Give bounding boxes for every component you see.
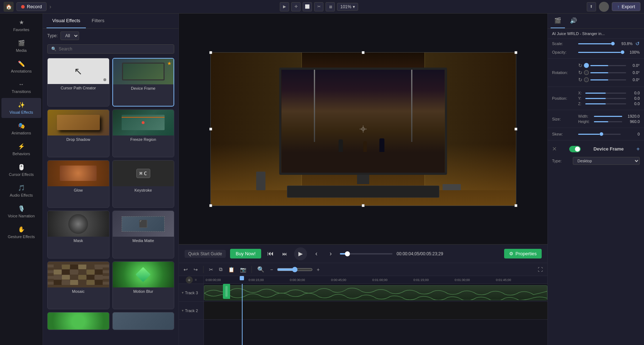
effect-card-mask[interactable]: Mask <box>47 211 109 258</box>
tab-visual-effects[interactable]: Visual Effects <box>47 14 86 28</box>
right-tab-video[interactable]: 🎬 <box>551 14 565 28</box>
right-tab-audio[interactable]: 🔊 <box>566 14 581 28</box>
track-3-expand-icon[interactable]: ▾ <box>182 291 184 295</box>
search-input[interactable] <box>59 46 170 51</box>
effect-card-extra1[interactable] <box>47 312 109 330</box>
sidebar-item-favorites[interactable]: ★ Favorites <box>1 15 41 35</box>
scale-slider[interactable] <box>578 43 614 44</box>
sidebar-item-cursor-effects[interactable]: 🖱️ Cursor Effects <box>1 160 41 180</box>
zoom-plus-button[interactable]: + <box>315 266 321 273</box>
home-icon[interactable]: 🏠 <box>4 2 14 12</box>
copy-button[interactable]: ⧉ <box>217 265 224 273</box>
opacity-slider[interactable] <box>578 52 621 53</box>
sidebar-item-behaviors[interactable]: ⚡ Behaviors <box>1 139 41 159</box>
zoom-out-timeline[interactable]: 🔍 <box>255 265 266 274</box>
paste-button[interactable]: 📋 <box>226 266 236 273</box>
quick-start-label[interactable]: Quick Start Guide <box>185 250 226 258</box>
export-button[interactable]: ↑ Export <box>612 2 640 11</box>
device-type-select[interactable]: Desktop Laptop Tablet Mobile <box>573 157 640 165</box>
add-track-button[interactable]: + <box>186 276 193 284</box>
rotation-x-circle[interactable] <box>584 77 589 82</box>
effect-card-cursor-path[interactable]: ↖ Cursor Path Creator <box>47 58 109 107</box>
width-slider[interactable] <box>594 116 622 117</box>
sidebar-item-animations[interactable]: 🎭 Animations <box>1 119 41 139</box>
position-x-slider[interactable] <box>585 93 626 94</box>
next-frame-button[interactable]: › <box>326 249 336 259</box>
prev-frame-button[interactable]: ‹ <box>311 249 321 259</box>
progress-bar[interactable] <box>340 253 392 255</box>
effect-card-keystroke[interactable]: ⌘C Keystroke <box>112 160 175 208</box>
cut-button[interactable]: ✂ <box>207 266 215 273</box>
device-frame-toggle[interactable] <box>569 146 581 152</box>
properties-button[interactable]: ⚙ Properties <box>504 249 542 258</box>
sidebar-item-visual-effects[interactable]: ✨ Visual Effects <box>1 98 41 118</box>
avatar[interactable] <box>599 2 609 12</box>
sidebar-item-transitions[interactable]: ↔ Transitions <box>1 78 41 97</box>
cursor-tool-icon[interactable]: ✛ <box>291 2 301 11</box>
rewind-button[interactable]: ⏮ <box>265 249 275 259</box>
handle-middle-left[interactable] <box>209 128 212 130</box>
zoom-minus-button[interactable]: − <box>268 266 275 273</box>
handle-bottom-left[interactable] <box>209 204 212 207</box>
crop-icon[interactable]: ✂ <box>314 2 323 11</box>
add-effect-button[interactable]: + <box>636 146 640 152</box>
handle-top-left[interactable] <box>209 51 212 54</box>
position-y-slider[interactable] <box>585 98 626 99</box>
rotation-y-slider[interactable] <box>590 72 626 73</box>
zoom-display[interactable]: 101% ▾ <box>337 3 358 11</box>
effect-card-mosaic[interactable]: Mosaic <box>47 261 109 309</box>
effect-card-glow[interactable]: Glow <box>47 160 109 208</box>
zoom-slider[interactable] <box>277 267 313 272</box>
undo-button[interactable]: ↩ <box>182 266 190 273</box>
step-back-button[interactable]: ⏭ <box>280 249 290 259</box>
effect-card-media-matte[interactable]: ⬛ Media Matte <box>112 211 175 258</box>
position-z-slider[interactable] <box>585 103 626 104</box>
rotation-z-circle[interactable] <box>584 63 589 68</box>
handle-bottom-center[interactable] <box>362 204 365 207</box>
rotation-y-circle[interactable] <box>584 70 589 75</box>
play-button[interactable]: ▶ <box>294 247 307 260</box>
effect-card-drop-shadow[interactable]: Drop Shadow <box>47 109 109 157</box>
handle-top-right[interactable] <box>514 51 517 54</box>
sidebar-item-audio-effects[interactable]: 🎵 Audio Effects <box>1 181 41 201</box>
select-tool-icon[interactable]: ⬜ <box>303 2 312 11</box>
sidebar-item-annotations[interactable]: ✏️ Annotations <box>1 57 41 77</box>
record-button[interactable]: Record <box>16 2 47 11</box>
preview-canvas[interactable] <box>210 52 516 206</box>
rotation-x-slider[interactable] <box>590 79 626 80</box>
handle-top-center[interactable] <box>362 51 365 54</box>
play-icon[interactable]: ▶ <box>280 2 289 11</box>
effect-thumb-mosaic <box>48 262 109 287</box>
voice-narration-icon: 🎙️ <box>18 205 25 212</box>
scale-handle[interactable] <box>611 42 615 45</box>
sidebar-item-gesture-effects[interactable]: ✋ Gesture Effects <box>1 222 41 242</box>
opacity-handle[interactable] <box>621 50 624 54</box>
height-slider[interactable] <box>594 121 622 122</box>
progress-handle[interactable] <box>345 251 350 256</box>
skew-handle[interactable] <box>600 132 603 136</box>
snap-button[interactable]: 📷 <box>238 266 248 273</box>
screen-icon[interactable]: 🖥 <box>326 2 335 11</box>
timeline-area[interactable]: 0:00:00;00 0:00:15;00 0:00:30;00 0:00:45… <box>204 276 547 345</box>
tab-filters[interactable]: Filters <box>86 14 110 28</box>
device-frame-close-icon[interactable]: ✕ <box>552 146 557 152</box>
effect-card-freeze-region[interactable]: Freeze Region <box>112 109 175 157</box>
upload-icon[interactable]: ⬆ <box>587 2 596 11</box>
buy-now-button[interactable]: Buy Now! <box>230 249 262 258</box>
type-select[interactable]: All <box>60 31 79 40</box>
favorites-icon: ★ <box>19 19 24 26</box>
redo-button[interactable]: ↪ <box>192 266 200 273</box>
sidebar-item-voice-narration[interactable]: 🎙️ Voice Narration <box>1 202 41 222</box>
effect-card-device-frame[interactable]: ★ Device Frame <box>112 58 175 107</box>
expand-timeline-button[interactable]: ⛶ <box>536 266 545 273</box>
handle-middle-right[interactable] <box>514 128 517 130</box>
scale-reset-icon[interactable]: ↺ <box>635 41 640 46</box>
sidebar-item-media[interactable]: 🎬 Media <box>1 36 41 56</box>
effect-card-motion-blur[interactable]: Motion Blur <box>112 261 175 309</box>
rotation-z-slider[interactable] <box>590 65 626 66</box>
effect-card-extra2[interactable] <box>112 312 175 330</box>
skew-slider[interactable] <box>578 134 621 135</box>
track-3-content[interactable] <box>204 285 547 300</box>
handle-bottom-right[interactable] <box>514 204 517 207</box>
track-2-expand-icon[interactable]: ▾ <box>182 309 184 312</box>
